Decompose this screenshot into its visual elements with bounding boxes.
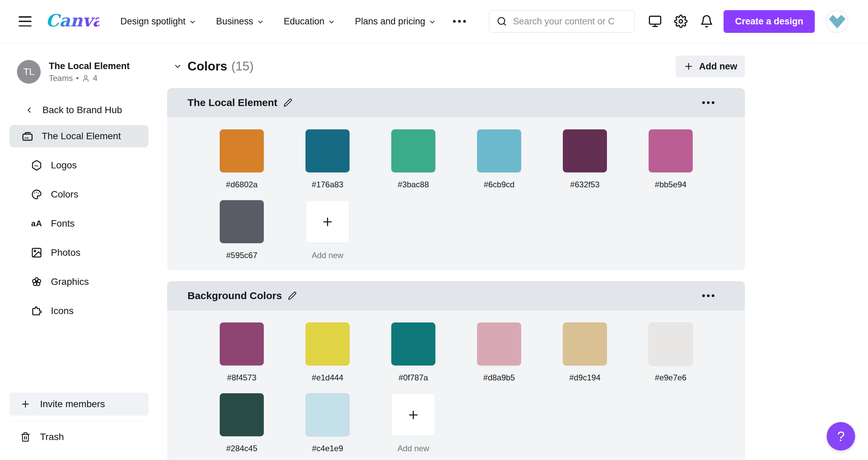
top-navbar: Canva Design spotlight Business Educatio…	[0, 0, 868, 43]
section-count: (15)	[231, 59, 254, 74]
color-hex-label: #8f4573	[220, 373, 264, 382]
color-swatch[interactable]	[477, 322, 521, 365]
color-swatch[interactable]	[477, 129, 521, 172]
color-swatch[interactable]	[391, 322, 435, 365]
color-swatch[interactable]	[220, 322, 264, 365]
notifications-bell-icon[interactable]	[700, 15, 713, 28]
nav-item-design-spotlight[interactable]: Design spotlight	[120, 16, 196, 27]
global-search[interactable]	[489, 10, 635, 33]
section-collapse-chevron-icon[interactable]	[173, 62, 182, 71]
canva-logo[interactable]: Canva	[45, 9, 99, 34]
color-swatch[interactable]	[391, 129, 435, 172]
edit-pencil-icon[interactable]	[288, 291, 297, 300]
nav-item-label: Education	[284, 16, 324, 27]
team-type-label: Teams	[49, 74, 73, 83]
person-icon	[82, 74, 90, 82]
color-hex-label: #176a83	[305, 180, 350, 189]
palette-body: #d6802a #176a83 #3bac88 #6cb9cd	[167, 117, 745, 270]
invite-members-label: Invite members	[40, 399, 105, 410]
sidebar-item-label: The Local Element	[42, 131, 121, 142]
team-switcher[interactable]: TL The Local Element Teams • 4	[17, 60, 149, 84]
sidebar-item-graphics[interactable]: Graphics	[9, 271, 149, 293]
color-cell: #6cb9cd	[477, 129, 521, 189]
palette-card-background-colors: Background Colors #8f4573 #e1d444	[167, 281, 745, 460]
trash-label: Trash	[40, 432, 64, 442]
color-swatch[interactable]	[305, 393, 350, 436]
svg-text:Canva: Canva	[46, 11, 99, 30]
chevron-down-icon	[257, 18, 264, 26]
color-swatch[interactable]	[649, 322, 693, 365]
color-cell: #632f53	[563, 129, 607, 189]
color-hex-label: #d8a9b5	[477, 373, 521, 382]
color-hex-label: #e1d444	[305, 373, 350, 382]
edit-pencil-icon[interactable]	[283, 98, 292, 107]
sidebar: TL The Local Element Teams • 4 Back to B…	[0, 43, 158, 460]
color-swatch[interactable]	[305, 322, 350, 365]
add-color-cell: Add new	[391, 393, 435, 453]
desktop-app-icon[interactable]	[648, 15, 662, 28]
graphics-flower-icon	[31, 276, 43, 288]
nav-item-education[interactable]: Education	[284, 16, 335, 27]
help-button[interactable]: ?	[827, 422, 855, 451]
color-cell: #e1d444	[305, 322, 350, 382]
add-color-label: Add new	[305, 251, 350, 260]
sidebar-item-label: Icons	[51, 306, 74, 316]
colors-section-header: Colors (15) Add new	[167, 51, 745, 81]
color-swatch[interactable]	[220, 200, 264, 243]
back-to-brand-hub[interactable]: Back to Brand Hub	[25, 105, 149, 116]
color-hex-label: #0f787a	[391, 373, 435, 382]
sidebar-item-photos[interactable]: Photos	[9, 242, 149, 264]
sidebar-item-logos[interactable]: co. Logos	[9, 154, 149, 176]
plus-icon	[407, 409, 420, 421]
icons-puzzle-icon	[31, 305, 43, 317]
add-color-button[interactable]	[305, 200, 350, 243]
color-swatch[interactable]	[305, 129, 350, 172]
nav-item-plans-pricing[interactable]: Plans and pricing	[355, 16, 436, 27]
nav-item-business[interactable]: Business	[216, 16, 264, 27]
sidebar-item-colors[interactable]: Colors	[9, 183, 149, 206]
palette-title: The Local Element	[188, 97, 277, 108]
sidebar-item-brand-kit[interactable]: co. The Local Element	[9, 125, 149, 147]
dot-separator: •	[76, 74, 79, 83]
color-swatch[interactable]	[563, 322, 607, 365]
chevron-left-icon	[25, 106, 34, 114]
add-new-palette-button[interactable]: Add new	[676, 56, 745, 77]
color-hex-label: #3bac88	[391, 180, 435, 189]
sidebar-menu: co. The Local Element co. Logos	[9, 125, 149, 322]
trash-button[interactable]: Trash	[9, 427, 149, 447]
color-cell: #284c45	[220, 393, 264, 453]
nav-item-label: Business	[216, 16, 253, 27]
invite-members-button[interactable]: Invite members	[9, 393, 149, 416]
fonts-icon: aA	[31, 219, 43, 228]
settings-gear-icon[interactable]	[674, 15, 688, 28]
color-cell: #0f787a	[391, 322, 435, 382]
sidebar-item-label: Photos	[51, 247, 80, 258]
back-label: Back to Brand Hub	[42, 105, 122, 116]
color-cell: #e9e7e6	[649, 322, 693, 382]
color-cell: #176a83	[305, 129, 350, 189]
palette-more-ellipsis-icon[interactable]	[702, 294, 714, 297]
search-icon	[497, 16, 507, 27]
nav-item-label: Plans and pricing	[355, 16, 425, 27]
swatch-grid: #8f4573 #e1d444 #0f787a #d8a9b5	[220, 322, 745, 453]
palette-header: Background Colors	[167, 281, 745, 310]
main-content: Colors (15) Add new The Local Element	[158, 43, 868, 460]
color-swatch[interactable]	[220, 129, 264, 172]
account-avatar[interactable]	[826, 10, 848, 33]
color-hex-label: #632f53	[563, 180, 607, 189]
palette-card-the-local-element: The Local Element #d6802a #176a83	[167, 88, 745, 270]
search-input[interactable]	[513, 16, 627, 27]
menu-hamburger-icon[interactable]	[19, 16, 32, 26]
create-design-button[interactable]: Create a design	[724, 10, 815, 33]
color-swatch[interactable]	[563, 129, 607, 172]
palette-more-ellipsis-icon[interactable]	[702, 101, 714, 104]
team-member-count: 4	[93, 74, 97, 83]
color-swatch[interactable]	[220, 393, 264, 436]
nav-more-ellipsis-icon[interactable]	[453, 20, 466, 23]
color-cell: #8f4573	[220, 322, 264, 382]
color-swatch[interactable]	[649, 129, 693, 172]
sidebar-item-icons[interactable]: Icons	[9, 300, 149, 322]
chevron-down-icon	[429, 18, 436, 26]
sidebar-item-fonts[interactable]: aA Fonts	[9, 212, 149, 235]
add-color-button[interactable]	[391, 393, 435, 436]
